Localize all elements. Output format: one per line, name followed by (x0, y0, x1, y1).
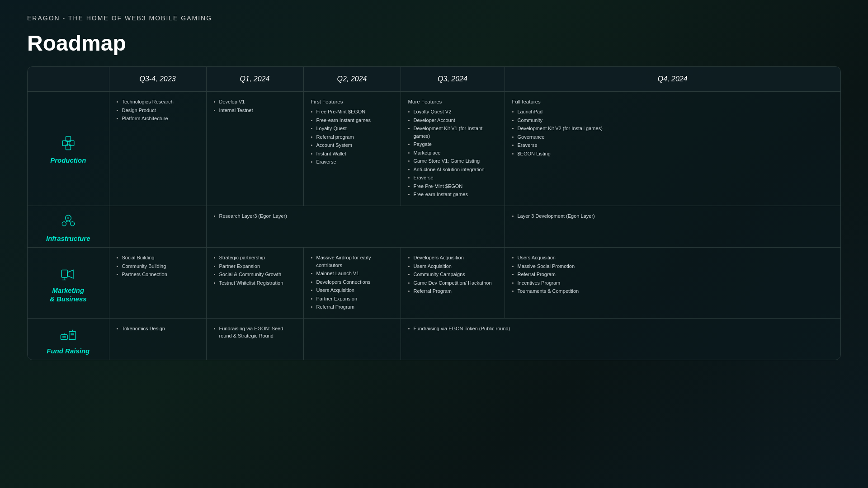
production-row: Production Technologies Research Design … (28, 92, 840, 206)
col-header-q4: Q4, 2024 (505, 67, 840, 92)
production-q3: More Features Loyalty Quest V2 Developer… (401, 92, 505, 206)
fundraising-row: Fund Raising Tokenomics Design Fundraisi… (28, 318, 840, 360)
list-item: Eraverse (408, 174, 497, 182)
svg-line-9 (66, 221, 68, 222)
page-title: Roadmap (0, 31, 868, 66)
svg-rect-14 (69, 331, 76, 339)
list-item: Loyalty Quest (311, 125, 393, 132)
marketing-row-header: Marketing& Business (28, 248, 109, 319)
roadmap-table: Q3-4, 2023 Q1, 2024 Q2, 2024 Q3, 2024 Q4… (28, 67, 840, 360)
production-q1-list: Develop V1 Internal Testnet (214, 98, 296, 114)
list-item: Game Store V1: Game Listing (408, 157, 497, 165)
list-item: Community Building (117, 263, 199, 270)
list-item: Social & Community Growth (214, 271, 296, 278)
list-item: Tokenomics Design (117, 325, 199, 333)
list-item: Referral Program (512, 271, 834, 278)
fundraising-label: Fund Raising (47, 347, 90, 356)
infrastructure-row: Infrastructure Research Layer3 (Egon Lay… (28, 206, 840, 248)
list-item: Referral Program (408, 287, 497, 295)
fundraising-q34: Tokenomics Design (109, 318, 206, 360)
list-item: Referral program (311, 133, 393, 141)
marketing-q34: Social Building Community Building Partn… (109, 248, 206, 319)
list-item: Governance (512, 133, 834, 141)
list-item: Partner Expansion (311, 295, 393, 303)
infrastructure-row-header: Infrastructure (28, 206, 109, 248)
list-item: Game Dev Competition/ Hackathon (408, 279, 497, 287)
infrastructure-icon (58, 211, 78, 230)
fundraising-q2 (303, 318, 401, 360)
list-item: Tournaments & Competition (512, 287, 834, 295)
svg-point-11 (67, 217, 69, 219)
production-q2-title: First Features (311, 98, 393, 106)
list-item: Developers Acquisition (408, 254, 497, 262)
list-item: Developers Connections (311, 278, 393, 286)
fundraising-q3-span: Fundraising via EGON Token (Public round… (401, 318, 840, 360)
list-item: Design Product (117, 107, 199, 114)
col-header-label (28, 67, 109, 92)
list-item: Fundraising via EGON: Seed round & Strat… (214, 325, 296, 340)
list-item: Free-earn Instant games (311, 117, 393, 124)
fundraising-q1: Fundraising via EGON: Seed round & Strat… (206, 318, 303, 360)
list-item: Research Layer3 (Egon Layer) (214, 212, 497, 220)
list-item: Partner Expansion (214, 263, 296, 270)
list-item: Developer Account (408, 117, 497, 124)
list-item: Partners Connection (117, 271, 199, 278)
list-item: Users Acquisition (311, 286, 393, 294)
list-item: Incentives Program (512, 279, 834, 287)
production-q4-title: Full features (512, 98, 834, 106)
list-item: Layer 3 Development (Egon Layer) (512, 212, 834, 220)
production-q34-list: Technologies Research Design Product Pla… (117, 98, 199, 122)
list-item: Internal Testnet (214, 107, 296, 114)
col-header-q2: Q2, 2024 (303, 67, 401, 92)
list-item: $EGON Listing (512, 150, 834, 158)
production-q2: First Features Free Pre-Mint $EGON Free-… (303, 92, 401, 206)
list-item: Free Pre-Mint $EGON (311, 108, 393, 116)
list-item: Users Acquisition (408, 263, 497, 270)
list-item: Social Building (117, 254, 199, 262)
list-item: Account System (311, 141, 393, 149)
list-item: Eraverse (311, 158, 393, 166)
production-q3-title: More Features (408, 98, 497, 106)
fundraising-row-header: Fund Raising (28, 318, 109, 360)
list-item: Loyalty Quest V2 (408, 108, 497, 116)
infrastructure-label: Infrastructure (46, 234, 90, 243)
svg-rect-13 (61, 334, 67, 339)
list-item: Platform Architecture (117, 115, 199, 122)
svg-line-10 (68, 221, 71, 222)
list-item: Referral Program (311, 303, 393, 311)
list-item: Massive Social Promotion (512, 263, 834, 270)
brand-header: ERAGON - THE HOME OF WEB3 MOBILE GAMING (0, 0, 868, 31)
list-item: Users Acquisition (512, 254, 834, 262)
production-q4-list: LaunchPad Community Development Kit V2 (… (512, 108, 834, 157)
production-q34: Technologies Research Design Product Pla… (109, 92, 206, 206)
roadmap-table-container: Q3-4, 2023 Q1, 2024 Q2, 2024 Q3, 2024 Q4… (27, 66, 841, 360)
list-item: Mainnet Launch V1 (311, 270, 393, 277)
list-item: Community (512, 117, 834, 124)
list-item: Free-earn Instant games (408, 191, 497, 198)
production-q1: Develop V1 Internal Testnet (206, 92, 303, 206)
marketing-q3: Developers Acquisition Users Acquisition… (401, 248, 505, 319)
production-q2-list: Free Pre-Mint $EGON Free-earn Instant ga… (311, 108, 393, 166)
list-item: Testnet Whitelist Registration (214, 279, 296, 287)
col-header-q3: Q3, 2024 (401, 67, 505, 92)
list-item: Technologies Research (117, 98, 199, 106)
marketing-q2: Massive Airdrop for early contributors M… (303, 248, 401, 319)
list-item: Development Kit V1 (for Instant games) (408, 125, 497, 140)
brand-text: ERAGON - THE HOME OF WEB3 MOBILE GAMING (27, 14, 212, 22)
svg-point-8 (70, 222, 74, 226)
production-row-header: Production (28, 92, 109, 206)
infrastructure-q1-span: Research Layer3 (Egon Layer) (206, 206, 505, 248)
svg-rect-12 (61, 270, 67, 277)
production-q3-list: Loyalty Quest V2 Developer Account Devel… (408, 108, 497, 198)
list-item: Instant Wallet (311, 150, 393, 158)
production-icon (58, 132, 78, 152)
fundraising-icon (58, 323, 78, 343)
list-item: Paygate (408, 141, 497, 148)
list-item: Development Kit V2 (for Install games) (512, 125, 834, 132)
list-item: Community Campaigns (408, 271, 497, 278)
list-item: Eraverse (512, 141, 834, 149)
list-item: Massive Airdrop for early contributors (311, 254, 393, 269)
list-item: Anti-clone AI solution integration (408, 166, 497, 174)
list-item: LaunchPad (512, 108, 834, 116)
production-q4: Full features LaunchPad Community Develo… (505, 92, 840, 206)
